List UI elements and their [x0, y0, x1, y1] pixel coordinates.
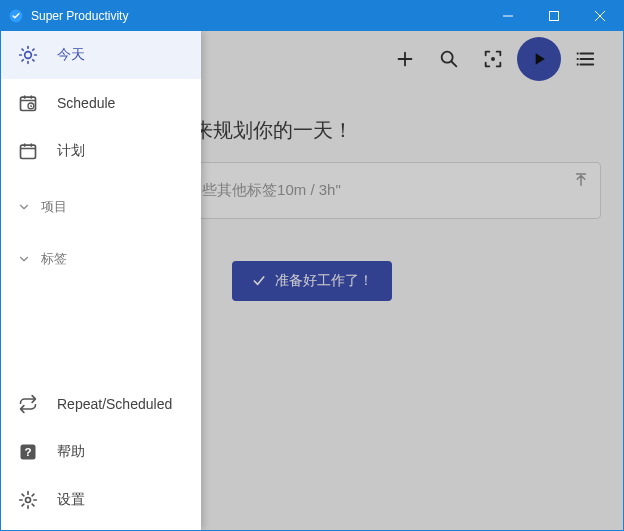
sun-icon: [17, 45, 39, 65]
window-controls: [485, 1, 623, 31]
sidebar-top: 今天 Schedule 计划: [1, 31, 201, 380]
calendar-icon: [17, 141, 39, 161]
app-icon: [9, 9, 23, 23]
help-icon: ?: [17, 442, 39, 462]
sidebar-item-label: 帮助: [57, 443, 85, 461]
svg-point-4: [25, 52, 32, 59]
repeat-icon: [17, 394, 39, 414]
sidebar-item-today[interactable]: 今天: [1, 31, 201, 79]
gear-icon: [17, 490, 39, 510]
sidebar-item-label: 设置: [57, 491, 85, 509]
calendar-clock-icon: [17, 93, 39, 113]
sidebar-item-label: 计划: [57, 142, 85, 160]
sidebar-section-projects[interactable]: 项目: [1, 187, 201, 227]
titlebar: Super Productivity: [1, 1, 623, 31]
svg-rect-1: [550, 12, 559, 21]
svg-rect-7: [21, 145, 36, 158]
sidebar-section-label: 项目: [41, 198, 67, 216]
maximize-button[interactable]: [531, 1, 577, 31]
sidebar-item-label: 今天: [57, 46, 85, 64]
minimize-button[interactable]: [485, 1, 531, 31]
sidebar-item-help[interactable]: ? 帮助: [1, 428, 201, 476]
sidebar-item-settings[interactable]: 设置: [1, 476, 201, 524]
sidebar-item-repeat[interactable]: Repeat/Scheduled: [1, 380, 201, 428]
sidebar-item-label: Schedule: [57, 95, 115, 111]
sidebar-section-tags[interactable]: 标签: [1, 239, 201, 279]
svg-point-10: [26, 498, 31, 503]
window-title: Super Productivity: [31, 9, 485, 23]
svg-text:?: ?: [24, 445, 31, 458]
sidebar-item-label: Repeat/Scheduled: [57, 396, 172, 412]
close-button[interactable]: [577, 1, 623, 31]
sidebar-item-plan[interactable]: 计划: [1, 127, 201, 175]
sidebar-item-schedule[interactable]: Schedule: [1, 79, 201, 127]
sidebar: 今天 Schedule 计划: [1, 31, 201, 530]
chevron-down-icon: [17, 252, 31, 266]
sidebar-section-label: 标签: [41, 250, 67, 268]
app-window: Super Productivity: [0, 0, 624, 531]
app-body: 添加一些任务来规划你的一天！ ctName # 一些标签 # 一些其他标签10m…: [1, 31, 623, 530]
chevron-down-icon: [17, 200, 31, 214]
sidebar-bottom: Repeat/Scheduled ? 帮助 设置: [1, 380, 201, 530]
